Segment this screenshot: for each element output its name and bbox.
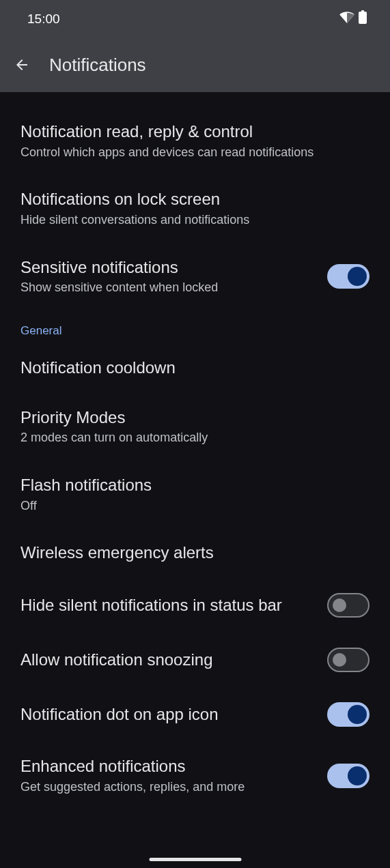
item-hide-silent-status-bar[interactable]: Hide silent notifications in status bar	[0, 578, 390, 633]
nav-handle[interactable]	[149, 858, 241, 861]
item-title: Notification dot on app icon	[20, 705, 327, 725]
item-title: Notification read, reply & control	[20, 122, 370, 142]
item-lock-screen[interactable]: Notifications on lock screen Hide silent…	[0, 175, 390, 242]
page-title: Notifications	[49, 55, 146, 76]
item-title: Flash notifications	[20, 476, 370, 495]
toggle-hide-silent[interactable]	[327, 593, 370, 618]
item-title: Notifications on lock screen	[20, 190, 370, 209]
item-notification-snoozing[interactable]: Allow notification snoozing	[0, 633, 390, 687]
status-time: 15:00	[27, 12, 60, 27]
header-bar: Notifications	[0, 38, 390, 92]
back-button[interactable]	[14, 57, 30, 73]
arrow-left-icon	[14, 56, 30, 74]
item-subtitle: Hide silent conversations and notificati…	[20, 212, 370, 228]
status-bar: 15:00	[0, 0, 390, 38]
item-priority-modes[interactable]: Priority Modes 2 modes can turn on autom…	[0, 393, 390, 461]
item-sensitive-notifications[interactable]: Sensitive notifications Show sensitive c…	[0, 243, 390, 310]
wifi-icon	[339, 11, 354, 27]
item-title: Wireless emergency alerts	[20, 543, 370, 563]
section-general-label: General	[0, 310, 390, 343]
item-notification-cooldown[interactable]: Notification cooldown	[0, 343, 390, 393]
svg-rect-0	[359, 12, 367, 24]
content: Notification read, reply & control Contr…	[0, 92, 390, 809]
item-subtitle: Get suggested actions, replies, and more	[20, 779, 327, 795]
item-subtitle: Control which apps and devices can read …	[20, 145, 370, 160]
toggle-sensitive-notifications[interactable]	[327, 264, 370, 289]
item-subtitle: Show sensitive content when locked	[20, 280, 327, 295]
item-title: Priority Modes	[20, 408, 370, 428]
item-title: Allow notification snoozing	[20, 650, 327, 670]
item-title: Enhanced notifications	[20, 757, 327, 777]
status-icons	[339, 10, 367, 27]
toggle-snoozing[interactable]	[327, 648, 370, 672]
item-wireless-emergency-alerts[interactable]: Wireless emergency alerts	[0, 528, 390, 578]
battery-icon	[359, 10, 367, 27]
item-title: Sensitive notifications	[20, 258, 327, 278]
item-notification-dot[interactable]: Notification dot on app icon	[0, 687, 390, 742]
item-subtitle: 2 modes can turn on automatically	[20, 430, 370, 446]
item-subtitle: Off	[20, 498, 370, 514]
item-title: Hide silent notifications in status bar	[20, 596, 327, 616]
svg-rect-1	[361, 10, 364, 12]
item-read-reply-control[interactable]: Notification read, reply & control Contr…	[0, 92, 390, 175]
item-flash-notifications[interactable]: Flash notifications Off	[0, 461, 390, 528]
toggle-enhanced-notifications[interactable]	[327, 764, 370, 788]
toggle-notification-dot[interactable]	[327, 702, 370, 727]
item-title: Notification cooldown	[20, 358, 370, 378]
item-enhanced-notifications[interactable]: Enhanced notifications Get suggested act…	[0, 742, 390, 809]
